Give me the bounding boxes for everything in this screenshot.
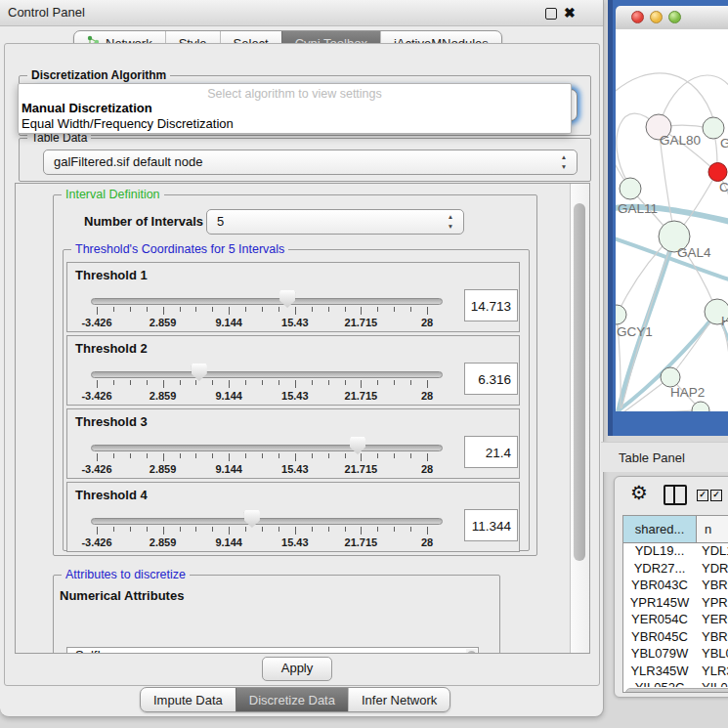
number-of-intervals-combobox[interactable]: 5 ▲▼ <box>206 209 464 235</box>
node-hap2[interactable] <box>661 367 680 387</box>
combo-stepper-icon: ▲▼ <box>446 212 455 232</box>
table-panel-window: ⚙ ✓ ✓ shared... n YDL19...YDL1 YDR27...Y… <box>614 476 728 698</box>
threshold-4-value-field[interactable]: 11.344 <box>464 509 518 541</box>
screen: Control Panel ✖ Network <box>0 0 728 728</box>
window-frame-edge <box>608 0 613 436</box>
thresholds-group-title: Threshold's Coordinates for 5 Intervals <box>71 242 288 256</box>
control-panel-window: Control Panel ✖ Network <box>0 0 604 717</box>
algorithm-popup-hint: Select algorithm to view settings <box>19 87 571 101</box>
slider-ticks: -3.4262.8599.14415.4321.71528 <box>97 453 427 483</box>
cyni-bottom-tabs: Impute Data Discretize Data Infer Networ… <box>140 687 450 712</box>
threshold-1-value-field[interactable]: 14.713 <box>464 289 518 321</box>
table-row[interactable]: YIL052CYIL0 <box>623 679 728 687</box>
slider-ticks: -3.4262.8599.14415.4321.71528 <box>97 527 427 556</box>
table-body: YDL19...YDL1 YDR27...YDR2 YBR043CYBR0 YP… <box>623 542 728 687</box>
cyni-toolbox-pane: Discretization Algorithm Select algorith… <box>4 43 600 686</box>
combo-stepper-icon: ▲▼ <box>559 152 569 172</box>
slider-track[interactable] <box>91 298 443 305</box>
table-row[interactable]: YER054CYER0 <box>623 611 728 628</box>
threshold-3-label: Threshold 3 <box>75 414 148 429</box>
algorithm-option-equal-width[interactable]: Equal Width/Frequency Discretization <box>21 116 234 131</box>
node-selected-red[interactable] <box>708 163 727 182</box>
tab-impute-data[interactable]: Impute Data <box>141 688 236 711</box>
scrollbar-thumb[interactable] <box>625 688 728 693</box>
threshold-1-panel: Threshold 1 -3.4262.8599.14415.4321.7152… <box>66 262 520 332</box>
checkbox-icon[interactable]: ✓ <box>697 490 708 501</box>
interval-definition-title: Interval Definition <box>62 188 164 201</box>
node-label: HAP2 <box>670 385 705 400</box>
threshold-2-slider[interactable]: -3.4262.8599.14415.4321.71528 <box>97 364 427 403</box>
apply-button[interactable]: Apply <box>262 657 332 681</box>
scrollbar-thumb[interactable] <box>467 651 476 654</box>
column-header-name[interactable]: n <box>697 516 728 542</box>
slider-track[interactable] <box>91 445 443 451</box>
slider-track[interactable] <box>91 371 443 378</box>
control-panel-titlebar: Control Panel ✖ <box>0 0 603 26</box>
node-label: G <box>720 136 728 150</box>
slider-thumb[interactable] <box>279 290 295 308</box>
slider-thumb[interactable] <box>192 364 207 381</box>
tab-infer-network[interactable]: Infer Network <box>348 688 450 711</box>
slider-thumb[interactable] <box>350 437 365 454</box>
table-row[interactable]: YDR27...YDR2 <box>623 560 728 578</box>
table-row[interactable]: YBR043CYBR0 <box>623 577 728 594</box>
table-row[interactable]: YLR345WYLR3 <box>623 663 728 680</box>
tab-discretize-data[interactable]: Discretize Data <box>236 688 348 711</box>
scrollbar-thumb[interactable] <box>574 203 585 561</box>
threshold-4-panel: Threshold 4 -3.4262.8599.14415.4321.7152… <box>66 482 520 552</box>
node-label: C <box>719 180 728 194</box>
slider-thumb[interactable] <box>244 510 260 528</box>
algorithm-option-manual[interactable]: Manual Discretization <box>21 101 152 115</box>
node-gal11[interactable] <box>620 178 641 199</box>
table-panel-title: Table Panel <box>619 450 685 465</box>
threshold-4-label: Threshold 4 <box>75 488 148 502</box>
table-data-group: Table Data galFiltered.sif default node … <box>19 138 591 182</box>
threshold-1-label: Threshold 1 <box>75 268 148 282</box>
slider-ticks: -3.4262.8599.14415.4321.71528 <box>97 380 427 409</box>
settings-scroll-viewport: Interval Definition Number of Intervals … <box>15 183 590 654</box>
list-item[interactable]: SelfLoops <box>67 648 478 654</box>
table-row[interactable]: YPR145WYPR1 <box>623 594 728 612</box>
threshold-2-label: Threshold 2 <box>75 341 148 356</box>
number-of-intervals-label: Number of Intervals <box>84 214 203 229</box>
checkbox-icon[interactable]: ✓ <box>710 490 722 501</box>
attributes-group: Attributes to discretize <box>53 575 500 654</box>
threshold-4-slider[interactable]: -3.4262.8599.14415.4321.71528 <box>97 510 427 549</box>
table-data-selected: galFiltered.sif default node <box>54 150 202 174</box>
attributes-group-title: Attributes to discretize <box>62 568 190 581</box>
threshold-1-slider[interactable]: -3.4262.8599.14415.4321.71528 <box>97 290 427 329</box>
settings-scrollbar[interactable] <box>570 184 589 653</box>
table-data-combobox[interactable]: galFiltered.sif default node ▲▼ <box>43 150 578 175</box>
column-header-shared-name[interactable]: shared... <box>623 516 697 542</box>
table-row[interactable]: YBR045CYBR0 <box>623 628 728 646</box>
slider-track[interactable] <box>91 518 443 525</box>
network-window-titlebar <box>616 6 728 30</box>
algorithm-popup: Select algorithm to view settings Manual… <box>18 83 572 134</box>
float-window-icon[interactable] <box>545 8 557 20</box>
threshold-3-value-field[interactable]: 21.4 <box>464 436 518 468</box>
slider-ticks: -3.4262.8599.14415.4321.71528 <box>97 307 427 336</box>
network-canvas[interactable]: GAL80 G C GAL11 GAL4 GCY1 H HAP2 <box>616 29 728 411</box>
threshold-3-slider[interactable]: -3.4262.8599.14415.4321.71528 <box>97 437 427 476</box>
table-row[interactable]: YBL079WYBL0 <box>623 645 728 663</box>
node-attribute-table: shared... n YDL19...YDL1 YDR27...YDR2 YB… <box>622 515 728 693</box>
node-label: H <box>721 314 728 328</box>
node-gcy1[interactable] <box>616 305 626 324</box>
window-title: Control Panel <box>8 5 85 20</box>
threshold-2-value-field[interactable]: 6.316 <box>464 363 518 395</box>
network-graph: GAL80 G C GAL11 GAL4 GCY1 H HAP2 <box>616 29 728 411</box>
numerical-attributes-label: Numerical Attributes <box>60 588 184 603</box>
node-label: GAL80 <box>660 133 701 148</box>
attributes-list-scrollbar[interactable] <box>466 649 477 654</box>
table-horizontal-scrollbar[interactable] <box>625 688 728 693</box>
gear-icon[interactable]: ⚙ <box>630 481 648 504</box>
threshold-3-panel: Threshold 3 -3.4262.8599.14415.4321.7152… <box>66 408 520 479</box>
minimize-traffic-light-icon[interactable] <box>650 11 663 23</box>
zoom-traffic-light-icon[interactable] <box>668 11 681 23</box>
table-row[interactable]: YDL19...YDL1 <box>623 542 728 560</box>
close-traffic-light-icon[interactable] <box>631 11 644 23</box>
node-label: GCY1 <box>617 324 653 339</box>
close-icon[interactable]: ✖ <box>564 4 576 21</box>
numerical-attributes-list[interactable]: SelfLoops TopologicalCoefficient Between… <box>66 647 479 654</box>
split-view-icon[interactable] <box>664 485 687 505</box>
